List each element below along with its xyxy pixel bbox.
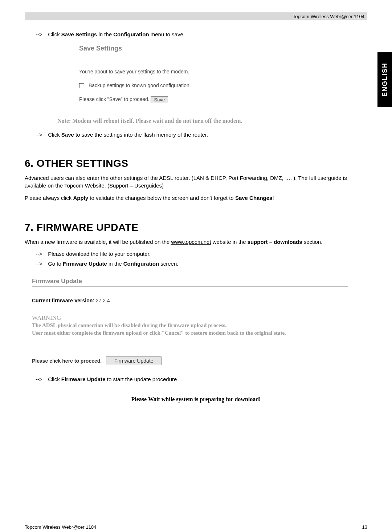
checkbox-label: Backup settings to known good configurat…	[89, 82, 191, 88]
arrow-icon: -->	[36, 251, 46, 257]
text: in the	[97, 31, 113, 37]
paragraph: When a new firmware is available, it wil…	[25, 238, 367, 246]
text: in the	[107, 261, 123, 267]
arrow-icon: -->	[36, 31, 46, 37]
arrow-icon: -->	[36, 376, 46, 382]
bold: Save Changes	[235, 195, 273, 201]
text: Click	[48, 376, 61, 382]
topcom-link[interactable]: www.topcom.net	[171, 239, 211, 245]
backup-checkbox[interactable]	[79, 83, 84, 88]
arrow-icon: -->	[36, 132, 46, 138]
bold: Firmware Update	[61, 376, 106, 382]
text: When a new firmware is available, it wil…	[25, 239, 171, 245]
footer-left: Topcom Wireless Webr@cer 1104	[25, 524, 96, 530]
text: website in the	[211, 239, 248, 245]
text: to save the settings into the flash memo…	[74, 132, 208, 138]
text: menu to save.	[149, 31, 185, 37]
proceed-label: Please click here to proceed.	[32, 358, 102, 364]
section-heading: 7. FIRMWARE UPDATE	[25, 222, 367, 233]
info-text: You're about to save your settings to th…	[79, 69, 311, 74]
text: section.	[302, 239, 323, 245]
text: Please always click	[25, 195, 73, 201]
text: screen.	[159, 261, 178, 267]
firmware-version-label: Current firmware Version:	[32, 298, 94, 303]
divider	[32, 286, 348, 287]
document-page: Topcom Wireless Webr@cer 1104 ENGLISH --…	[0, 12, 392, 532]
text: Click	[48, 132, 61, 138]
paragraph: Advanced users can also enter the other …	[25, 174, 367, 189]
bold: Save	[61, 132, 74, 138]
panel-title: Save Settings	[79, 45, 311, 52]
save-button[interactable]: Save	[151, 96, 168, 103]
divider	[79, 54, 311, 54]
text: Go to	[48, 261, 63, 267]
instruction-line: --> Go to Firmware Update in the Configu…	[25, 261, 367, 267]
instruction-line: --> Click Save Settings in the Configura…	[25, 31, 367, 37]
panel-title: Firmware Update	[32, 278, 348, 285]
instruction-line: --> Please download the file to your com…	[25, 251, 367, 257]
checkbox-row: Backup settings to known good configurat…	[79, 82, 311, 88]
panel-body: Current firmware Version: 27.2.4 WARNING…	[32, 298, 348, 365]
text: Please download the file to your compute…	[48, 251, 151, 257]
language-tab: ENGLISH	[377, 52, 392, 107]
wait-message: Please Wait while system is preparing fo…	[87, 396, 305, 403]
firmware-panel: Firmware Update Current firmware Version…	[32, 278, 348, 365]
page-number: 13	[362, 524, 367, 530]
section-heading: 6. OTHER SETTINGS	[25, 158, 367, 169]
instruction-line: --> Click Save to save the settings into…	[25, 132, 367, 138]
arrow-icon: -->	[36, 261, 46, 267]
warning-text: User must either complete the firmware u…	[32, 329, 348, 337]
paragraph: Please always click Apply to validate th…	[25, 194, 367, 202]
warning-heading: WARNING	[32, 314, 348, 322]
bold: Configuration	[113, 31, 149, 37]
text: Click	[48, 31, 61, 37]
firmware-update-button[interactable]: Firmware Update	[106, 356, 162, 365]
save-settings-panel: Save Settings You're about to save your …	[79, 45, 311, 103]
warning-text: The ADSL physical connection will be dis…	[32, 322, 348, 329]
bold: Apply	[73, 195, 88, 201]
text: !	[272, 195, 274, 201]
firmware-version-value: 27.2.4	[94, 298, 110, 303]
page-footer: Topcom Wireless Webr@cer 1104 13	[25, 524, 367, 530]
instruction-line: --> Click Firmware Update to start the u…	[25, 376, 367, 382]
proceed-row: Please click here to proceed. Firmware U…	[32, 356, 348, 365]
text: to start the update procedure	[106, 376, 177, 382]
save-prompt: Please click "Save" to proceed.	[79, 97, 150, 102]
bold: Configuration	[123, 261, 159, 267]
bold: Save Settings	[61, 31, 97, 37]
bold: support – downloads	[248, 239, 302, 245]
text: to validate the changes below the screen…	[88, 195, 235, 201]
note-text: Note: Modem will reboot itself. Please w…	[57, 118, 367, 124]
header-text: Topcom Wireless Webr@cer 1104	[293, 14, 364, 19]
save-row: Please click "Save" to proceed. Save	[79, 96, 311, 103]
panel-body: You're about to save your settings to th…	[79, 69, 311, 103]
bold: Firmware Update	[63, 261, 107, 267]
header-bar: Topcom Wireless Webr@cer 1104	[25, 12, 367, 20]
